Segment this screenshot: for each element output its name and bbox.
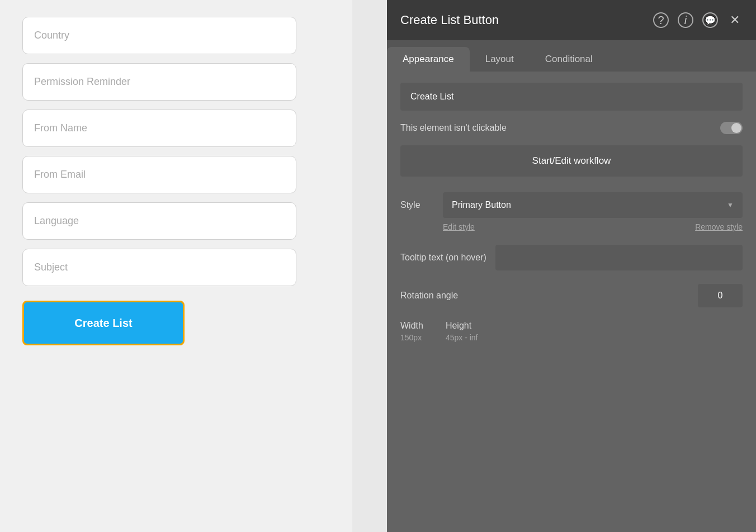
rotation-label: Rotation angle [400, 291, 458, 301]
size-row: Width 150px Height 45px - inf [400, 321, 743, 342]
style-label: Style [400, 200, 434, 210]
chat-icon[interactable]: 💬 [702, 12, 718, 28]
width-value: 150px [400, 333, 423, 342]
not-clickable-toggle[interactable] [720, 122, 743, 134]
country-field[interactable]: Country [22, 17, 296, 54]
left-panel: Country Permission Reminder From Name Fr… [0, 0, 352, 532]
style-value: Primary Button [452, 200, 511, 210]
tab-layout[interactable]: Layout [470, 47, 530, 72]
right-panel: Create List Button ? i 💬 ✕ Appearance La… [387, 0, 756, 532]
button-label-input[interactable] [400, 83, 743, 111]
header-icons: ? i 💬 ✕ [653, 12, 743, 28]
tab-conditional[interactable]: Conditional [530, 47, 608, 72]
info-icon[interactable]: i [678, 12, 693, 28]
height-label: Height [446, 321, 478, 331]
remove-style-link[interactable]: Remove style [695, 222, 743, 231]
tab-appearance[interactable]: Appearance [387, 47, 470, 72]
panel-title: Create List Button [400, 13, 499, 27]
language-field[interactable]: Language [22, 202, 296, 240]
height-value: 45px - inf [446, 333, 478, 342]
workflow-button[interactable]: Start/Edit workflow [400, 145, 743, 177]
rotation-row: Rotation angle [400, 284, 743, 307]
not-clickable-label: This element isn't clickable [400, 123, 507, 133]
style-select[interactable]: Primary Button ▼ [443, 192, 743, 218]
from-email-field[interactable]: From Email [22, 156, 296, 193]
tabs: Appearance Layout Conditional [387, 40, 756, 72]
edit-style-link[interactable]: Edit style [443, 222, 475, 231]
tooltip-input[interactable] [495, 245, 743, 270]
close-icon[interactable]: ✕ [727, 12, 743, 28]
create-list-button[interactable]: Create List [22, 301, 185, 345]
tooltip-row: Tooltip text (on hover) [400, 245, 743, 270]
chevron-down-icon: ▼ [727, 201, 734, 209]
rotation-input[interactable] [698, 284, 743, 307]
style-links: Edit style Remove style [400, 222, 743, 231]
panel-content: This element isn't clickable Start/Edit … [387, 72, 756, 532]
help-icon[interactable]: ? [653, 12, 669, 28]
style-row: Style Primary Button ▼ [400, 192, 743, 218]
width-label: Width [400, 321, 423, 331]
panel-header: Create List Button ? i 💬 ✕ [387, 0, 756, 40]
not-clickable-row: This element isn't clickable [400, 122, 743, 134]
subject-field[interactable]: Subject [22, 249, 296, 286]
from-name-field[interactable]: From Name [22, 110, 296, 147]
height-group: Height 45px - inf [446, 321, 478, 342]
permission-reminder-field[interactable]: Permission Reminder [22, 63, 296, 101]
tooltip-label: Tooltip text (on hover) [400, 253, 486, 263]
width-group: Width 150px [400, 321, 423, 342]
form-fields: Country Permission Reminder From Name Fr… [22, 17, 330, 286]
